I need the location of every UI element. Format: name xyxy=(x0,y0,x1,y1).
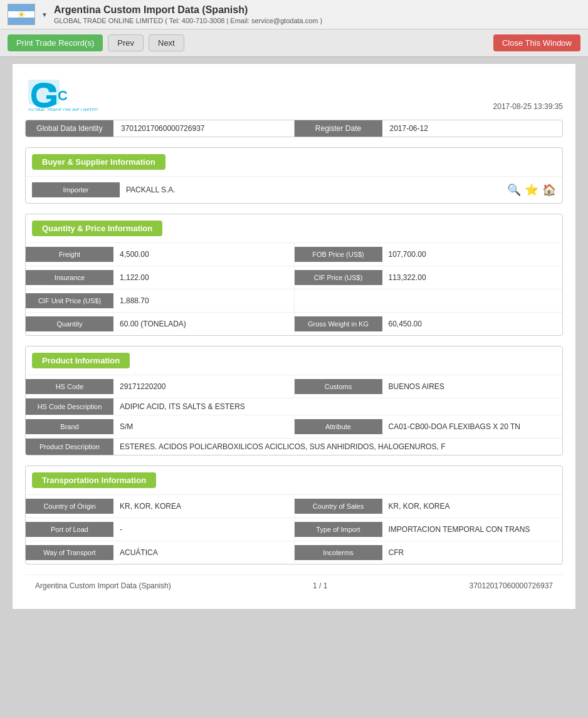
customs-value: BUENOS AIRES xyxy=(382,378,563,395)
transport-header: Transportation Information xyxy=(32,472,156,488)
customs-label: Customs xyxy=(295,379,382,394)
hscode-customs-row: HS Code 29171220200 Customs BUENOS AIRES xyxy=(26,375,562,398)
importer-row: Importer PACKALL S.A. 🔍 ⭐ 🏠 xyxy=(26,176,562,203)
sales-label: Country of Sales xyxy=(295,499,382,514)
app-title: Argentina Custom Import Data (Spanish) xyxy=(54,4,580,16)
product-header: Product Information xyxy=(32,353,130,368)
next-button[interactable]: Next xyxy=(149,34,184,51)
global-id-row: Global Data Identity 3701201706000072693… xyxy=(25,120,563,137)
cif-unit-cell: CIF Unit Price (US$) 1,888.70 xyxy=(26,289,294,312)
svg-text:C: C xyxy=(58,88,68,103)
product-desc-label: Product Description xyxy=(26,439,113,455)
flag-icon xyxy=(8,4,35,25)
quantity-price-header: Quantity & Price Information xyxy=(32,221,162,236)
origin-cell: Country of Origin KR, KOR, KOREA xyxy=(26,495,294,518)
sales-value: KR, KOR, KOREA xyxy=(382,498,563,514)
main-container: C GLOBAL TRADE ONLINE LIMITED 2017-08-25… xyxy=(12,63,576,610)
attribute-label: Attribute xyxy=(295,419,382,434)
brand-value: S/M xyxy=(113,419,294,435)
cif-unit-row: CIF Unit Price (US$) 1,888.70 xyxy=(26,289,562,312)
gross-weight-label: Gross Weight in KG xyxy=(295,316,382,331)
insurance-label: Insurance xyxy=(26,270,113,285)
brand-label: Brand xyxy=(26,419,113,434)
global-id-cell: Global Data Identity 3701201706000072693… xyxy=(26,120,294,137)
cif-price-label: CIF Price (US$) xyxy=(295,270,382,285)
importer-icons: 🔍 ⭐ 🏠 xyxy=(507,183,556,197)
register-date-value: 2017-06-12 xyxy=(382,120,563,137)
product-desc-value: ESTERES. ACIDOS POLICARBOXILICOS ACICLIC… xyxy=(113,439,562,455)
top-bar-title-area: Argentina Custom Import Data (Spanish) G… xyxy=(54,4,580,24)
freight-fob-row: Freight 4,500.00 FOB Price (US$) 107,700… xyxy=(26,242,562,266)
origin-label: Country of Origin xyxy=(26,499,113,514)
quantity-cell: Quantity 60.00 (TONELADA) xyxy=(26,313,294,335)
freight-value: 4,500.00 xyxy=(113,246,294,263)
buyer-supplier-section: Buyer & Supplier Information Importer PA… xyxy=(25,147,563,204)
incoterms-cell: Incoterms CFR xyxy=(294,541,563,564)
gross-weight-value: 60,450.00 xyxy=(382,316,563,332)
customs-cell: Customs BUENOS AIRES xyxy=(294,375,563,398)
incoterms-value: CFR xyxy=(382,544,563,561)
incoterms-label: Incoterms xyxy=(295,545,382,560)
transport-label: Way of Transport xyxy=(26,545,113,560)
origin-value: KR, KOR, KOREA xyxy=(113,498,294,514)
gross-weight-cell: Gross Weight in KG 60,450.00 xyxy=(294,313,563,335)
cif-unit-label: CIF Unit Price (US$) xyxy=(26,293,113,308)
insurance-value: 1,122.00 xyxy=(113,269,294,286)
attribute-cell: Attribute CA01-CB00-DOA FLEXIBAGS X 20 T… xyxy=(294,415,563,438)
footer-right: 37012017060000726937 xyxy=(470,581,553,590)
transport-value: ACUÁTICA xyxy=(113,544,294,561)
app-subtitle: GLOBAL TRADE ONLINE LIMITED ( Tel: 400-7… xyxy=(54,17,580,24)
print-button[interactable]: Print Trade Record(s) xyxy=(8,34,103,51)
logo-area: C GLOBAL TRADE ONLINE LIMITED xyxy=(25,76,113,111)
global-id-label: Global Data Identity xyxy=(26,120,113,137)
search-icon[interactable]: 🔍 xyxy=(507,183,521,197)
hscode-label: HS Code xyxy=(26,379,113,394)
attribute-value: CA01-CB00-DOA FLEXIBAGS X 20 TN xyxy=(382,419,563,435)
port-label: Port of Load xyxy=(26,522,113,537)
origin-sales-row: Country of Origin KR, KOR, KOREA Country… xyxy=(26,494,562,518)
freight-cell: Freight 4,500.00 xyxy=(26,243,294,266)
toolbar-left: Print Trade Record(s) Prev Next xyxy=(8,34,184,51)
port-cell: Port of Load - xyxy=(26,518,294,541)
insurance-cif-row: Insurance 1,122.00 CIF Price (US$) 113,3… xyxy=(26,266,562,289)
brand-attr-row: Brand S/M Attribute CA01-CB00-DOA FLEXIB… xyxy=(26,415,562,438)
footer-center: 1 / 1 xyxy=(313,581,327,590)
register-date-label: Register Date xyxy=(295,120,382,137)
type-import-value: IMPORTACION TEMPORAL CON TRANS xyxy=(382,521,563,538)
fob-value: 107,700.00 xyxy=(382,246,563,263)
port-value: - xyxy=(113,521,294,538)
importer-label: Importer xyxy=(32,182,120,197)
hscode-value: 29171220200 xyxy=(113,378,294,395)
cif-unit-value: 1,888.70 xyxy=(113,293,294,309)
star-icon[interactable]: ⭐ xyxy=(525,183,538,197)
svg-text:GLOBAL TRADE ONLINE LIMITED: GLOBAL TRADE ONLINE LIMITED xyxy=(28,108,98,111)
product-desc-row: Product Description ESTERES. ACIDOS POLI… xyxy=(26,438,562,455)
prev-button[interactable]: Prev xyxy=(108,34,144,51)
global-id-value: 37012017060000726937 xyxy=(113,120,294,137)
company-logo: C GLOBAL TRADE ONLINE LIMITED xyxy=(25,76,113,111)
transport-cell: Way of Transport ACUÁTICA xyxy=(26,541,294,564)
timestamp: 2017-08-25 13:39:35 xyxy=(493,102,563,111)
freight-label: Freight xyxy=(26,247,113,262)
type-import-label: Type of Import xyxy=(295,522,382,537)
hscode-desc-value: ADIPIC ACID, ITS SALTS & ESTERS xyxy=(113,398,562,415)
register-date-cell: Register Date 2017-06-12 xyxy=(294,120,563,137)
cif-price-value: 113,322.00 xyxy=(382,269,563,286)
toolbar: Print Trade Record(s) Prev Next Close Th… xyxy=(0,29,588,57)
hscode-cell: HS Code 29171220200 xyxy=(26,375,294,398)
sales-cell: Country of Sales KR, KOR, KOREA xyxy=(294,495,563,518)
dropdown-arrow[interactable]: ▼ xyxy=(41,11,48,18)
fob-label: FOB Price (US$) xyxy=(295,247,382,262)
cif-price-cell: CIF Price (US$) 113,322.00 xyxy=(294,266,563,289)
product-section: Product Information HS Code 29171220200 … xyxy=(25,346,563,455)
home-icon[interactable]: 🏠 xyxy=(542,183,556,197)
hscode-desc-row: HS Code Description ADIPIC ACID, ITS SAL… xyxy=(26,398,562,415)
top-bar: ▼ Argentina Custom Import Data (Spanish)… xyxy=(0,0,588,29)
close-button[interactable]: Close This Window xyxy=(493,34,580,51)
hscode-desc-label: HS Code Description xyxy=(26,398,113,415)
quantity-price-section: Quantity & Price Information Freight 4,5… xyxy=(25,214,563,336)
footer-bar: Argentina Custom Import Data (Spanish) 1… xyxy=(25,575,563,596)
quantity-weight-row: Quantity 60.00 (TONELADA) Gross Weight i… xyxy=(26,312,562,335)
transport-incoterms-row: Way of Transport ACUÁTICA Incoterms CFR xyxy=(26,541,562,564)
insurance-cell: Insurance 1,122.00 xyxy=(26,266,294,289)
